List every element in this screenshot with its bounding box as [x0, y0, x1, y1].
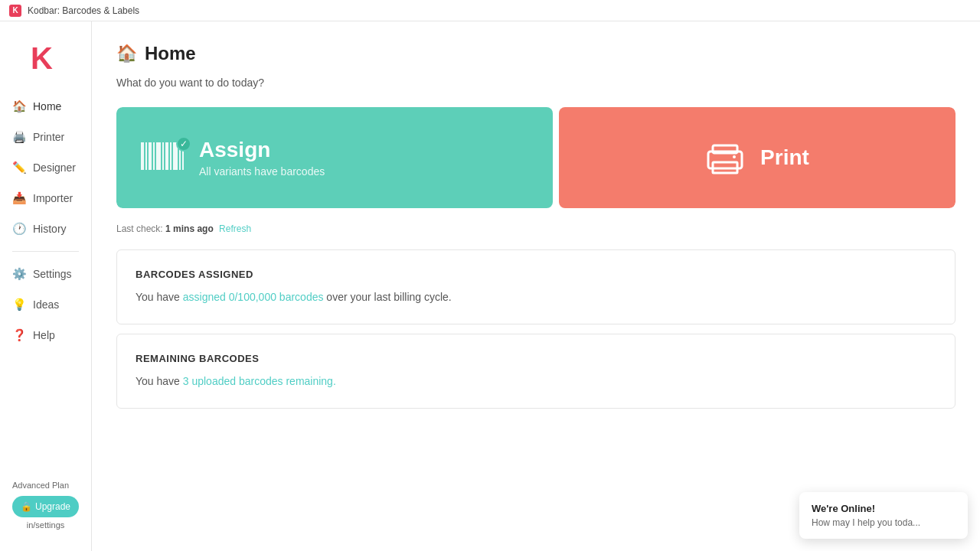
- page-title: Home: [145, 43, 196, 64]
- ideas-icon: 💡: [12, 298, 27, 311]
- sidebar-item-settings-label: Settings: [33, 268, 72, 280]
- sidebar-item-printer[interactable]: 🖨️ Printer: [0, 122, 91, 152]
- sidebar-item-history-label: History: [33, 223, 67, 235]
- home-icon: 🏠: [12, 99, 27, 113]
- sidebar-item-importer-label: Importer: [33, 192, 73, 204]
- svg-rect-6: [156, 142, 161, 170]
- chat-widget-subtitle: How may I help you toda...: [812, 517, 956, 528]
- remaining-barcodes-heading: REMAINING BARCODES: [136, 353, 936, 364]
- assign-card[interactable]: ✓ Assign All variants have barcodes: [116, 107, 553, 208]
- assign-card-text: Assign All variants have barcodes: [199, 138, 325, 178]
- last-check: Last check: 1 mins ago Refresh: [116, 223, 956, 234]
- chat-widget[interactable]: We're Online! How may I help you toda...: [799, 492, 968, 539]
- check-badge-icon: ✓: [176, 136, 191, 152]
- barcodes-assigned-text: You have assigned 0/100,000 barcodes ove…: [136, 289, 936, 305]
- sidebar-item-home[interactable]: 🏠 Home: [0, 92, 91, 121]
- page-home-icon: 🏠: [116, 44, 137, 64]
- sidebar-item-help-label: Help: [33, 329, 55, 341]
- help-icon: ❓: [12, 328, 27, 342]
- kodbar-logo-svg: K: [28, 40, 64, 77]
- sidebar-item-designer[interactable]: ✏️ Designer: [0, 153, 91, 182]
- sidebar-item-ideas[interactable]: 💡 Ideas: [0, 290, 91, 319]
- remaining-barcodes-text: You have 3 uploaded barcodes remaining.: [136, 373, 936, 390]
- history-icon: 🕐: [12, 222, 27, 236]
- remaining-barcodes-section: REMAINING BARCODES You have 3 uploaded b…: [116, 334, 956, 409]
- settings-icon: ⚙️: [12, 267, 27, 281]
- sidebar-bottom: Advanced Plan 🔒 Upgrade in/settings: [0, 471, 91, 539]
- svg-point-16: [733, 155, 736, 158]
- upgrade-icon: 🔒: [21, 501, 32, 512]
- barcodes-assigned-section: BARCODES ASSIGNED You have assigned 0/10…: [116, 249, 956, 324]
- svg-rect-14: [713, 145, 737, 153]
- page-subtitle: What do you want to do today?: [116, 77, 956, 89]
- svg-rect-3: [145, 142, 147, 170]
- printer-icon: [705, 139, 745, 176]
- sidebar-item-settings[interactable]: ⚙️ Settings: [0, 259, 91, 289]
- barcodes-assigned-highlight: assigned 0/100,000 barcodes: [183, 291, 324, 303]
- sidebar-item-ideas-label: Ideas: [33, 298, 59, 311]
- print-card[interactable]: Print: [559, 107, 956, 208]
- sidebar-item-printer-label: Printer: [33, 131, 64, 143]
- top-bar: K Kodbar: Barcodes & Labels: [0, 0, 980, 21]
- refresh-link[interactable]: Refresh: [219, 223, 251, 234]
- sidebar: K 🏠 Home 🖨️ Printer ✏️ Designer 📥 Import…: [0, 21, 92, 551]
- svg-text:K: K: [31, 41, 53, 75]
- sidebar-divider: [12, 251, 79, 252]
- svg-rect-2: [141, 142, 144, 170]
- printer-nav-icon: 🖨️: [12, 130, 27, 144]
- svg-rect-7: [162, 142, 164, 170]
- sidebar-item-help[interactable]: ❓ Help: [0, 321, 91, 350]
- last-check-prefix: Last check:: [116, 223, 163, 234]
- upgrade-label: Upgrade: [35, 501, 70, 512]
- assign-card-title: Assign: [199, 138, 325, 162]
- barcodes-assigned-heading: BARCODES ASSIGNED: [136, 269, 936, 280]
- chat-widget-title: We're Online!: [812, 503, 956, 514]
- sidebar-nav: 🏠 Home 🖨️ Printer ✏️ Designer 📥 Importer…: [0, 92, 91, 471]
- last-check-time: 1 mins ago: [165, 223, 214, 234]
- svg-rect-4: [149, 142, 152, 170]
- barcodes-assigned-suffix: over your last billing cycle.: [323, 291, 451, 303]
- settings-link[interactable]: in/settings: [12, 520, 79, 530]
- sidebar-item-importer[interactable]: 📥 Importer: [0, 184, 91, 213]
- barcode-icon-wrap: ✓: [141, 141, 184, 174]
- sidebar-item-home-label: Home: [33, 100, 61, 112]
- svg-rect-8: [165, 142, 168, 170]
- importer-icon: 📥: [12, 191, 27, 205]
- sidebar-logo: K: [0, 34, 91, 92]
- main-content: 🏠 Home What do you want to do today?: [92, 21, 980, 551]
- app-logo-icon: K: [9, 5, 21, 17]
- assign-card-subtitle: All variants have barcodes: [199, 165, 325, 178]
- remaining-barcodes-prefix: You have: [136, 375, 183, 387]
- upgrade-button[interactable]: 🔒 Upgrade: [12, 496, 79, 517]
- svg-rect-9: [170, 142, 172, 170]
- svg-rect-5: [153, 142, 155, 170]
- app-title: Kodbar: Barcodes & Labels: [28, 5, 139, 16]
- sidebar-item-history[interactable]: 🕐 History: [0, 214, 91, 243]
- action-cards: ✓ Assign All variants have barcodes: [116, 107, 956, 208]
- app-layout: K 🏠 Home 🖨️ Printer ✏️ Designer 📥 Import…: [0, 21, 980, 551]
- print-card-title: Print: [760, 145, 809, 170]
- page-header: 🏠 Home: [116, 43, 956, 64]
- designer-icon: ✏️: [12, 161, 27, 174]
- sidebar-item-designer-label: Designer: [33, 161, 76, 174]
- remaining-barcodes-highlight: 3 uploaded barcodes remaining.: [183, 375, 336, 387]
- plan-label: Advanced Plan: [12, 481, 79, 490]
- barcodes-assigned-prefix: You have: [136, 291, 183, 303]
